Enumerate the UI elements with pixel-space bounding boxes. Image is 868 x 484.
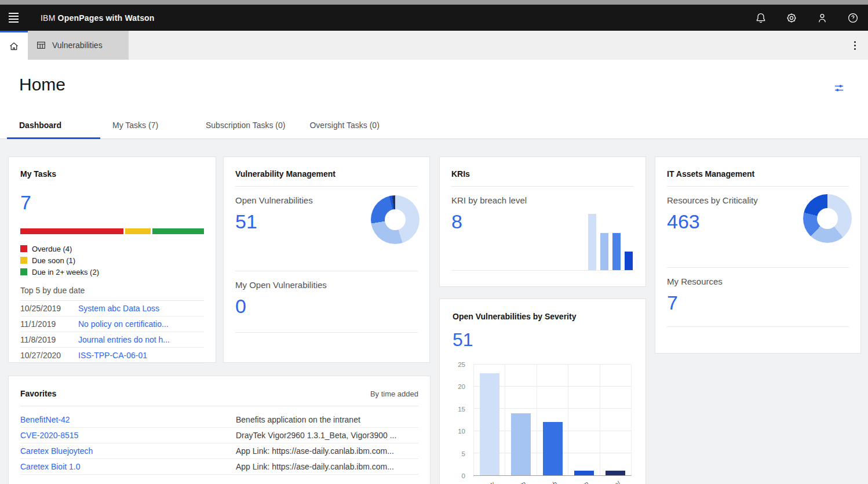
- card-title: KRIs: [440, 157, 645, 186]
- task-row: 10/27/2020ISS-TPP-CA-06-01: [20, 348, 204, 363]
- metric-value: 7: [667, 292, 849, 314]
- my-tasks-count: 7: [9, 186, 216, 213]
- favorite-row: Caretex BluejoytechApp Link: https://ase…: [20, 443, 418, 459]
- favorites-list: BenefitNet-42Benefits application on the…: [9, 406, 430, 475]
- task-due-date: 11/8/2019: [20, 335, 78, 344]
- tab-oversight-tasks[interactable]: Oversight Tasks (0): [297, 121, 391, 139]
- y-tick-label: 10: [458, 428, 465, 435]
- favorites-sort-label[interactable]: By time added: [370, 390, 418, 398]
- favorite-link[interactable]: Caretex Bioit 1.0: [20, 462, 236, 471]
- divider: [451, 270, 634, 271]
- legend-swatch: [20, 268, 27, 275]
- my-open-vulnerabilities-metric: My Open Vulnerabilities 0: [224, 271, 429, 332]
- legend-swatch: [20, 245, 27, 252]
- open-vulnerabilities-metric: Open Vulnerabilities 51: [224, 187, 429, 271]
- metric-label: My Resources: [667, 276, 849, 286]
- favorite-link[interactable]: CVE-2020-8515: [20, 431, 236, 440]
- card-open-vulnerabilities-by-severity: Open Vulnerabilities by Severity 51 0510…: [439, 299, 646, 484]
- tab-my-tasks[interactable]: My Tasks (7): [100, 121, 194, 139]
- task-bar-segment: [152, 228, 204, 234]
- top5-list: 10/25/2019System abc Data Loss11/1/2019N…: [9, 301, 216, 363]
- settings-adjust-icon[interactable]: [830, 82, 848, 96]
- kri-mini-bar-chart: [588, 213, 633, 271]
- severity-column: Unknown: [568, 365, 599, 475]
- card-favorites: Favorites By time added BenefitNet-42Ben…: [8, 376, 431, 484]
- favorite-row: CVE-2020-8515DrayTek Vigor2960 1.3.1_Bet…: [20, 428, 418, 443]
- card-it-assets-management: IT Assets Management Resources by Critic…: [655, 157, 861, 354]
- card-title: IT Assets Management: [655, 157, 860, 186]
- kri-bar: [612, 233, 621, 271]
- metric-value: 0: [235, 295, 418, 317]
- card-title: My Tasks: [9, 157, 216, 186]
- user-icon[interactable]: [807, 5, 837, 31]
- task-link[interactable]: Journal entries do not h...: [78, 335, 204, 344]
- kri-breach-metric: KRI by breach level 8: [440, 187, 645, 265]
- legend-swatch: [20, 257, 27, 264]
- kri-bar: [625, 252, 633, 271]
- task-due-date: 11/1/2019: [20, 319, 78, 329]
- card-vulnerability-management: Vulnerability Management Open Vulnerabil…: [223, 157, 430, 363]
- page-head: Home Dashboard My Tasks (7) Subscription…: [0, 60, 868, 139]
- favorite-row: Caretex Bioit 1.0App Link: https://ase-d…: [20, 459, 418, 475]
- task-link[interactable]: No policy on certificatio...: [78, 319, 204, 329]
- x-tick-label: Medium: [501, 479, 527, 484]
- menu-icon[interactable]: [0, 5, 27, 31]
- app-header: IBM OpenPages with Watson: [0, 5, 868, 31]
- task-bar-segment: [20, 228, 123, 234]
- severity-total: 51: [453, 330, 633, 350]
- legend-label: Overdue (4): [32, 245, 72, 253]
- y-tick-label: 0: [462, 472, 465, 479]
- favorite-link[interactable]: Caretex Bluejoytech: [20, 446, 236, 456]
- task-legend: Overdue (4)Due soon (1)Due in 2+ weeks (…: [20, 243, 204, 278]
- y-tick-label: 20: [458, 383, 465, 390]
- resources-by-criticality-metric: Resources by Criticality 463: [655, 187, 860, 267]
- y-axis: 0510152025: [453, 365, 469, 476]
- vulnerabilities-donut-chart: [371, 195, 420, 244]
- card-kris: KRIs KRI by breach level 8: [439, 157, 646, 287]
- task-row: 11/1/2019No policy on certificatio...: [20, 316, 204, 332]
- overflow-menu-icon[interactable]: [841, 31, 868, 60]
- y-tick-label: 25: [458, 361, 465, 368]
- window-top-strip: [0, 0, 868, 5]
- app-title: IBM OpenPages with Watson: [41, 13, 155, 23]
- tab-home[interactable]: [0, 31, 28, 60]
- tab-vulnerabilities[interactable]: Vulnerabilities: [28, 31, 129, 60]
- top5-title: Top 5 by due date: [20, 286, 204, 301]
- severity-bar-medium: [511, 413, 531, 475]
- x-tick-label: High: [542, 479, 559, 484]
- task-due-date: 10/27/2020: [20, 351, 78, 360]
- kri-bar: [600, 233, 608, 271]
- dashboard-tabs: Dashboard My Tasks (7) Subscription Task…: [0, 121, 392, 139]
- favorite-description: Benefits application on the intranet: [236, 415, 418, 424]
- legend-label: Due in 2+ weeks (2): [32, 268, 99, 276]
- brand-name: OpenPages with Watson: [58, 13, 155, 23]
- y-tick-label: 5: [462, 450, 465, 457]
- severity-bar-critical: [606, 471, 625, 475]
- severity-column: Low: [473, 365, 505, 475]
- tab-dashboard[interactable]: Dashboard: [7, 121, 100, 139]
- task-status-bar: [20, 228, 204, 234]
- tab-label: Vulnerabilities: [52, 41, 103, 50]
- settings-icon[interactable]: [776, 5, 807, 31]
- x-tick-label: Critical: [599, 479, 622, 484]
- legend-label: Due soon (1): [32, 256, 75, 265]
- severity-bar-chart: 0510152025 LowMediumHighUnknownCritical: [453, 365, 633, 476]
- notifications-icon[interactable]: [745, 5, 776, 31]
- favorite-description: DrayTek Vigor2960 1.3.1_Beta, Vigor3900 …: [236, 431, 418, 440]
- favorite-row: BenefitNet-42Benefits application on the…: [20, 412, 418, 428]
- legend-item: Due soon (1): [20, 254, 204, 266]
- severity-column: Medium: [505, 365, 536, 475]
- task-row: 11/8/2019Journal entries do not h...: [20, 332, 204, 348]
- severity-column: High: [537, 365, 568, 475]
- card-my-tasks: My Tasks 7 Overdue (4)Due soon (1)Due in…: [8, 157, 216, 363]
- card-title: Favorites: [20, 389, 56, 398]
- legend-item: Due in 2+ weeks (2): [20, 266, 204, 278]
- severity-bar-unknown: [574, 471, 594, 475]
- help-icon[interactable]: [837, 5, 868, 31]
- favorite-link[interactable]: BenefitNet-42: [20, 415, 236, 424]
- tab-subscription-tasks[interactable]: Subscription Tasks (0): [194, 121, 297, 139]
- task-due-date: 10/25/2019: [20, 304, 78, 313]
- task-row: 10/25/2019System abc Data Loss: [20, 301, 204, 316]
- task-link[interactable]: ISS-TPP-CA-06-01: [78, 351, 204, 360]
- task-link[interactable]: System abc Data Loss: [78, 304, 204, 313]
